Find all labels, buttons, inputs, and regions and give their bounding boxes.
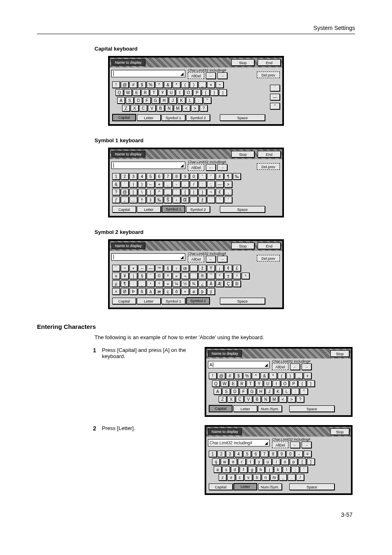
key[interactable]: R <box>238 380 246 387</box>
key[interactable] <box>190 197 198 203</box>
key[interactable]: 3 <box>226 451 234 457</box>
space-key[interactable]: Space <box>220 206 265 213</box>
key[interactable]: t <box>247 458 254 465</box>
key[interactable]: ç <box>164 288 172 295</box>
key[interactable]: ¸ <box>138 280 146 287</box>
end-button[interactable]: End <box>258 243 281 249</box>
key[interactable]: ¶ <box>224 173 232 180</box>
key[interactable]: ^ <box>155 81 163 88</box>
tab-letter[interactable]: Letter <box>233 405 257 412</box>
key[interactable]: 2 <box>217 451 225 457</box>
key[interactable]: A <box>117 97 125 104</box>
key[interactable]: E <box>133 89 141 96</box>
key[interactable]: u <box>264 458 272 465</box>
key[interactable]: | <box>129 181 137 187</box>
key[interactable]: E <box>229 380 237 387</box>
stop-button[interactable]: Stop <box>330 428 349 435</box>
key[interactable]: x <box>227 474 235 481</box>
key[interactable]: : <box>195 97 203 104</box>
key[interactable]: v <box>244 474 252 481</box>
key[interactable]: # <box>129 81 137 88</box>
key[interactable]: · <box>129 280 137 287</box>
key[interactable]: ^ <box>155 189 163 195</box>
tab-capital[interactable]: Capital <box>112 114 136 121</box>
key[interactable]: l <box>283 466 291 473</box>
key[interactable]: ÷ <box>181 288 189 295</box>
key[interactable]: ! <box>209 372 217 379</box>
key[interactable]: } <box>198 189 206 195</box>
tab-capital[interactable]: Capital <box>112 298 136 304</box>
key[interactable]: Q <box>212 380 220 387</box>
key[interactable]: ø <box>190 288 198 295</box>
key[interactable]: | <box>190 189 198 195</box>
key[interactable]: ~ <box>216 81 224 88</box>
key[interactable]: ← <box>147 181 154 187</box>
key[interactable]: p <box>290 458 297 465</box>
key[interactable]: V <box>148 105 156 111</box>
key[interactable]: # <box>216 173 224 180</box>
key[interactable]: : <box>291 388 299 395</box>
key[interactable]: Z <box>122 105 130 111</box>
key[interactable]: c <box>236 474 244 481</box>
key[interactable]: % <box>243 372 251 379</box>
key[interactable]: k <box>274 466 282 473</box>
key[interactable]: 9 <box>278 451 286 457</box>
key[interactable]: z <box>219 474 226 481</box>
key[interactable]: † <box>138 197 146 203</box>
key[interactable]: J <box>265 388 273 395</box>
key[interactable]: ð <box>173 288 180 295</box>
key[interactable]: P <box>290 380 297 387</box>
key[interactable]: ƒ <box>112 197 120 203</box>
key[interactable]: C <box>139 105 147 111</box>
key[interactable]: Þ <box>129 288 137 295</box>
key[interactable]: s <box>222 466 230 473</box>
key[interactable]: ³ <box>242 273 249 279</box>
key[interactable]: ^ <box>252 372 260 379</box>
stop-button[interactable]: Stop <box>330 350 349 357</box>
key[interactable]: „ <box>121 197 129 203</box>
alldel-button[interactable]: AllDel <box>188 72 204 79</box>
key[interactable]: , <box>279 474 287 481</box>
alldel-button[interactable]: AllDel <box>272 442 288 448</box>
key[interactable]: ž <box>198 197 206 203</box>
key[interactable]: ) <box>286 372 294 379</box>
tab-numsym[interactable]: Num./Sym. <box>258 483 282 490</box>
key[interactable]: _ <box>295 372 303 379</box>
key[interactable]: _ <box>198 81 206 88</box>
key[interactable]: A <box>214 388 221 395</box>
key[interactable]: ¯ <box>207 273 215 279</box>
tab-letter[interactable]: Letter <box>137 206 161 213</box>
key[interactable]: Y <box>159 89 166 96</box>
key[interactable]: L <box>186 97 194 104</box>
alldel-button[interactable]: AllDel <box>272 363 288 370</box>
key[interactable]: Q <box>115 89 123 96</box>
key[interactable]: ¼ <box>173 280 180 287</box>
key[interactable]: H <box>257 388 265 395</box>
key[interactable]: © <box>155 273 163 279</box>
key[interactable]: / <box>296 474 304 481</box>
key[interactable]: 7 <box>164 173 172 180</box>
key[interactable]: ' <box>300 466 308 473</box>
key[interactable]: 4 <box>138 173 146 180</box>
key[interactable]: ` <box>112 265 120 271</box>
key[interactable]: ¤ <box>112 273 120 279</box>
tab-symbol1[interactable]: Symbol 1 <box>161 114 185 121</box>
key[interactable]: . <box>181 181 189 187</box>
left-button[interactable]: ← <box>290 442 300 448</box>
key[interactable]: - <box>173 181 180 187</box>
right-button[interactable]: → <box>217 72 227 79</box>
key[interactable]: à <box>147 288 154 295</box>
key[interactable]: f <box>240 466 247 473</box>
key[interactable]: h <box>257 466 265 473</box>
key[interactable]: \ <box>138 189 146 195</box>
key[interactable]: @ <box>121 81 129 88</box>
key[interactable]: ) <box>138 181 146 187</box>
tab-symbol1[interactable]: Symbol 1 <box>161 298 185 304</box>
delprev-button[interactable]: Del.prev <box>257 72 280 78</box>
key[interactable]: × <box>112 288 120 295</box>
key[interactable]: R <box>141 89 149 96</box>
input-field[interactable]: Char.Limit32 including#◢ <box>208 439 270 446</box>
key[interactable]: 5 <box>243 451 251 457</box>
key[interactable]: 8 <box>173 173 180 180</box>
key[interactable]: £ <box>233 265 241 271</box>
